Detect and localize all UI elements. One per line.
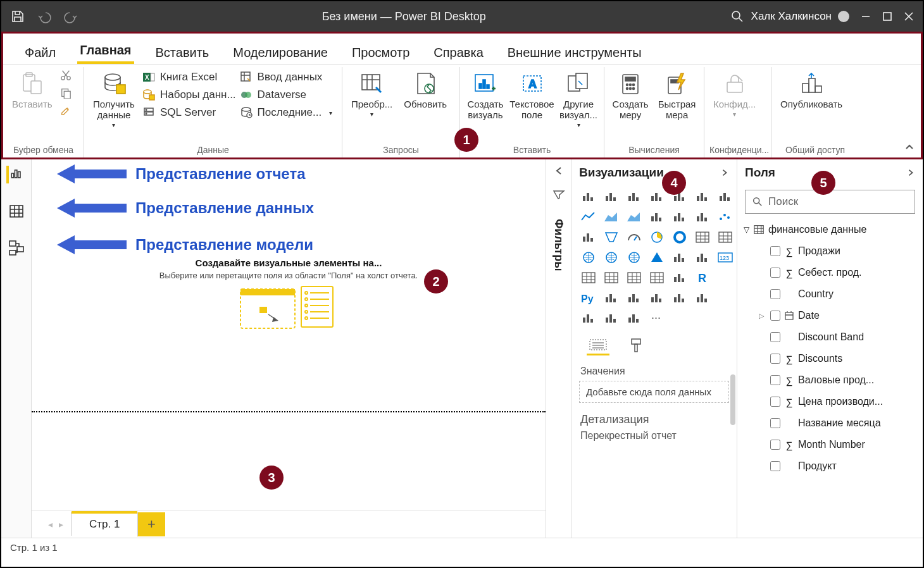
viz-ribbon-icon[interactable]: [716, 188, 735, 205]
collapse-right-icon[interactable]: [906, 168, 915, 177]
field-checkbox[interactable]: [770, 289, 780, 299]
viz-azure-map-icon[interactable]: [647, 249, 666, 266]
field-checkbox[interactable]: [770, 246, 780, 256]
collapse-right-icon[interactable]: [720, 168, 729, 177]
sql-server-button[interactable]: SQL Server: [142, 106, 236, 119]
viz-column-stacked-icon[interactable]: [625, 188, 644, 205]
model-view-button[interactable]: [8, 239, 25, 257]
ribbon-collapse-icon[interactable]: [904, 142, 915, 152]
format-painter-icon[interactable]: [60, 105, 72, 116]
enter-data-button[interactable]: Ввод данных: [240, 71, 333, 83]
field-checkbox[interactable]: [770, 332, 780, 342]
viz-qa-icon[interactable]: [647, 290, 666, 306]
viz-line-col2-icon[interactable]: [670, 209, 689, 225]
field-country[interactable]: Country: [744, 283, 916, 305]
field-checkbox[interactable]: [770, 354, 780, 364]
viz-r-icon[interactable]: [670, 269, 689, 286]
viz-treemap-icon[interactable]: [693, 229, 712, 245]
report-view-button[interactable]: [6, 166, 24, 183]
viz-matrix-icon[interactable]: [716, 229, 735, 245]
viz-more-icon[interactable]: ···: [647, 310, 666, 326]
redo-icon[interactable]: [63, 9, 78, 24]
viz-powerapps-icon[interactable]: [602, 310, 621, 326]
get-data-button[interactable]: Получить данные ▾: [89, 67, 139, 131]
publish-button[interactable]: Опубликовать: [777, 67, 846, 112]
data-view-button[interactable]: [8, 202, 25, 220]
viz-slicer-icon[interactable]: [647, 269, 666, 286]
save-icon[interactable]: [10, 9, 25, 24]
viz-area-icon[interactable]: [602, 209, 621, 225]
more-visuals-button[interactable]: Другие визуал... ▾: [558, 67, 599, 131]
viz-drop-hint[interactable]: Добавьте сюда поля данных: [579, 381, 729, 403]
field--[interactable]: Продукт: [744, 455, 916, 477]
datasets-button[interactable]: Наборы данн...: [142, 89, 236, 101]
viz-smart-icon[interactable]: [693, 290, 712, 306]
text-box-button[interactable]: A Текстовое поле: [509, 67, 554, 123]
page-tab-1[interactable]: Стр. 1: [71, 512, 138, 536]
fields-search[interactable]: Поиск: [745, 190, 915, 214]
viz-ai-icon[interactable]: [579, 310, 598, 326]
viz-scatter-icon[interactable]: [716, 209, 735, 225]
field-date[interactable]: ▷Date: [744, 305, 916, 326]
field--[interactable]: Название месяца: [744, 412, 916, 434]
viz-table-icon[interactable]: [602, 269, 621, 286]
field-checkbox[interactable]: [770, 311, 780, 321]
viz-card-123-icon[interactable]: 123: [716, 249, 735, 266]
field--[interactable]: ∑Продажи: [744, 240, 916, 262]
viz-R-icon[interactable]: R: [693, 269, 712, 286]
recent-sources-button[interactable]: Последние... ▾: [240, 106, 333, 119]
maximize-icon[interactable]: [882, 11, 892, 22]
viz-funnel-icon[interactable]: [602, 229, 621, 245]
excel-workbook-button[interactable]: XКнига Excel: [142, 71, 236, 83]
viz-column-small-icon[interactable]: [579, 229, 598, 245]
field-checkbox[interactable]: [770, 397, 780, 407]
next-page-icon[interactable]: ▸: [59, 519, 63, 529]
paste-button[interactable]: Вставить: [8, 67, 56, 112]
viz-shape-map-icon[interactable]: [625, 249, 644, 266]
viz-multi-card-icon[interactable]: [579, 269, 598, 286]
viz-fields-tab[interactable]: [587, 335, 609, 355]
report-canvas[interactable]: Представление отчета Представление данны…: [32, 159, 546, 510]
viz-gauge-icon[interactable]: [625, 229, 644, 245]
viz-scrollbar[interactable]: [730, 374, 735, 425]
viz-column100-icon[interactable]: [693, 188, 712, 205]
search-icon[interactable]: [730, 9, 745, 24]
viz-decomp-icon[interactable]: [625, 290, 644, 306]
viz-esri-icon[interactable]: [670, 249, 689, 266]
field-checkbox[interactable]: [770, 440, 780, 450]
undo-icon[interactable]: [37, 9, 52, 24]
filters-pane-collapsed[interactable]: Фильтры: [546, 159, 571, 538]
viz-key-infl-icon[interactable]: [602, 290, 621, 306]
table-node[interactable]: ▽ финансовые данные: [744, 219, 916, 240]
user-account[interactable]: Халк Халкинсон: [730, 9, 849, 24]
quick-measure-button[interactable]: Быстрая мера: [655, 67, 699, 123]
field-checkbox[interactable]: [770, 268, 780, 278]
viz-automate-icon[interactable]: [625, 310, 644, 326]
minimize-icon[interactable]: [861, 11, 871, 22]
add-page-button[interactable]: +: [137, 512, 165, 536]
field-discount-band[interactable]: Discount Band: [744, 326, 916, 348]
prev-page-icon[interactable]: ◂: [48, 519, 53, 529]
viz-filled-map-icon[interactable]: [602, 249, 621, 266]
viz-format-tab[interactable]: [625, 335, 647, 355]
tab-insert[interactable]: Вставить: [153, 40, 212, 64]
page-nav[interactable]: ◂ ▸: [41, 519, 71, 529]
field--[interactable]: ∑Цена производи...: [744, 391, 916, 412]
transform-data-button[interactable]: Преобр... ▾: [347, 67, 396, 120]
viz-py-icon[interactable]: Py: [579, 290, 598, 306]
viz-line-icon[interactable]: [579, 209, 598, 225]
field--[interactable]: ∑Валовые прод...: [744, 369, 916, 391]
viz-bar-stacked-icon[interactable]: [579, 188, 598, 205]
viz-map-icon[interactable]: [579, 249, 598, 266]
tab-help[interactable]: Справка: [431, 40, 485, 64]
tab-home[interactable]: Главная: [77, 38, 134, 64]
viz-column-clustered-icon[interactable]: [647, 188, 666, 205]
copy-icon[interactable]: [60, 87, 72, 99]
new-measure-button[interactable]: Создать меру: [609, 67, 651, 123]
viz-waterfall-icon[interactable]: [693, 209, 712, 225]
field-discounts[interactable]: ∑Discounts: [744, 348, 916, 369]
sensitivity-button[interactable]: Конфид... ▾: [709, 67, 759, 120]
viz-donut-icon[interactable]: [670, 229, 689, 245]
viz-kpi-icon[interactable]: [693, 249, 712, 266]
field-checkbox[interactable]: [770, 461, 780, 471]
